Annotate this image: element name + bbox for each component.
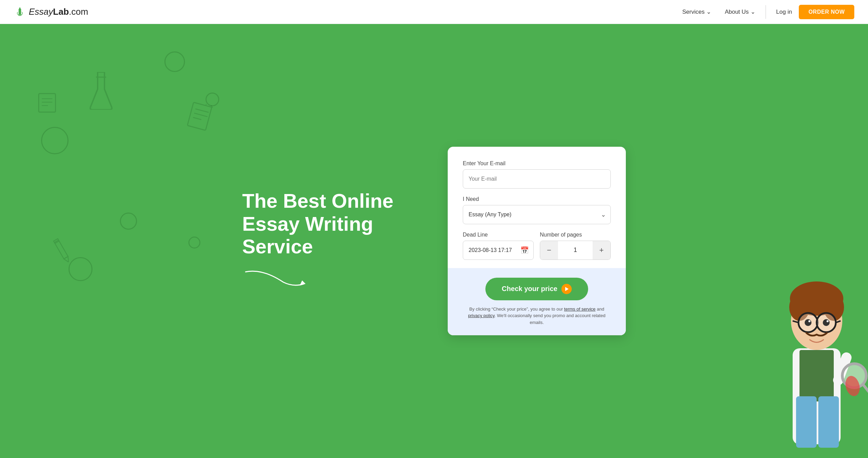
nav-services[interactable]: Services ⌄ xyxy=(675,0,718,24)
chevron-down-icon: ⌄ xyxy=(751,8,755,15)
deco-circle-1 xyxy=(164,51,185,72)
svg-rect-16 xyxy=(799,350,834,401)
hero-text: The Best Online Essay Writing Service xyxy=(242,190,420,292)
form-row-deadline-pages: Dead Line 📅 Number of pages − 1 + xyxy=(463,232,611,260)
svg-point-29 xyxy=(823,319,830,326)
pages-group: Number of pages − 1 + xyxy=(540,232,611,260)
svg-rect-0 xyxy=(18,9,21,14)
deadline-group: Dead Line 📅 xyxy=(463,232,534,260)
svg-rect-17 xyxy=(796,396,817,448)
svg-line-5 xyxy=(194,113,208,117)
pages-decrement-button[interactable]: − xyxy=(540,241,558,260)
order-now-button[interactable]: ORDER NOW xyxy=(799,5,854,19)
email-input[interactable] xyxy=(463,169,611,189)
nav-login[interactable]: Log in xyxy=(769,9,799,15)
need-select[interactable]: Essay (Any Type) Research Paper Term Pap… xyxy=(463,205,611,224)
check-price-section: Check your price By clicking “Check your… xyxy=(448,268,626,336)
header: EssayLab.com Services ⌄ About Us ⌄ Log i… xyxy=(0,0,868,24)
svg-line-34 xyxy=(863,384,868,393)
calendar-icon[interactable]: 📅 xyxy=(520,246,529,254)
svg-rect-18 xyxy=(818,396,839,448)
email-label: Enter Your E-mail xyxy=(463,160,611,167)
chevron-down-icon: ⌄ xyxy=(706,8,711,15)
need-label: I Need xyxy=(463,196,611,202)
svg-rect-10 xyxy=(39,94,55,112)
need-select-wrapper: Essay (Any Type) Research Paper Term Pap… xyxy=(463,205,611,224)
scientist-character xyxy=(765,252,868,458)
hero-section: The Best Online Essay Writing Service En… xyxy=(0,24,868,458)
tos-link[interactable]: terms of service xyxy=(564,306,596,312)
pages-label: Number of pages xyxy=(540,232,611,238)
pages-control: − 1 + xyxy=(540,241,611,260)
privacy-link[interactable]: privacy policy xyxy=(468,313,495,318)
hero-title: The Best Online Essay Writing Service xyxy=(242,190,420,258)
logo[interactable]: EssayLab.com xyxy=(14,6,88,18)
deco-flask xyxy=(89,72,113,110)
hero-arrow xyxy=(242,265,311,292)
deadline-input-wrapper: 📅 xyxy=(463,241,534,260)
logo-text: EssayLab.com xyxy=(29,7,88,17)
main-nav: Services ⌄ About Us ⌄ Log in ORDER NOW xyxy=(675,0,854,24)
svg-point-31 xyxy=(827,320,829,322)
svg-point-30 xyxy=(808,320,810,322)
disclaimer: By clicking “Check your price”, you agre… xyxy=(463,306,611,326)
play-icon xyxy=(561,284,572,294)
check-price-button[interactable]: Check your price xyxy=(485,278,588,300)
logo-icon xyxy=(14,6,26,18)
hero-content: The Best Online Essay Writing Service En… xyxy=(0,126,868,356)
pages-value: 1 xyxy=(558,246,593,254)
svg-point-28 xyxy=(805,319,811,326)
nav-about[interactable]: About Us ⌄ xyxy=(718,0,762,24)
svg-marker-14 xyxy=(300,280,306,286)
nav-divider xyxy=(766,5,766,19)
form-card: Enter Your E-mail I Need Essay (Any Type… xyxy=(448,147,626,336)
pages-increment-button[interactable]: + xyxy=(593,241,610,260)
svg-line-4 xyxy=(195,109,209,112)
deadline-label: Dead Line xyxy=(463,232,534,238)
deco-note xyxy=(38,93,57,113)
svg-line-6 xyxy=(193,118,201,120)
